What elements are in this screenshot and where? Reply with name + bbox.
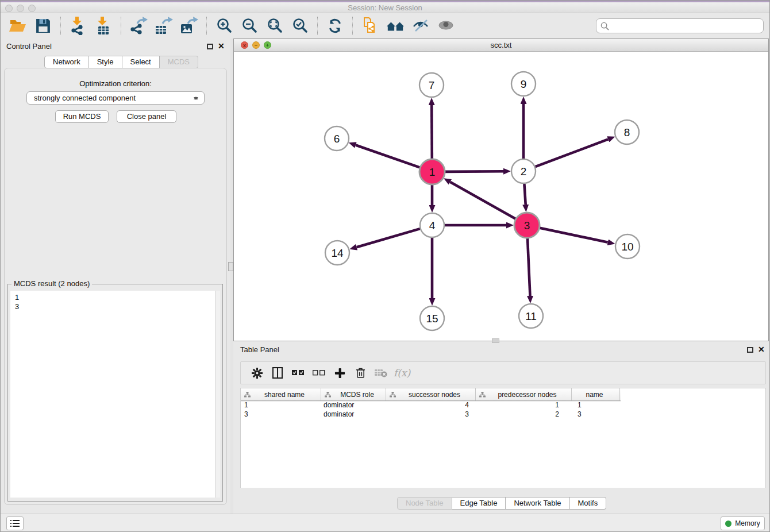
optimization-criterion-label: Optimization criterion: [1, 79, 230, 88]
column-type-icon [325, 392, 331, 398]
tab-edge-table[interactable]: Edge Table [452, 497, 506, 510]
window-title: Session: New Session [1, 2, 769, 13]
graph-node-label-8: 8 [624, 126, 630, 138]
table-panel-tabs: Node Table Edge Table Network Table Moti… [397, 497, 606, 510]
table-panel-header: Table Panel ✕ [233, 342, 770, 358]
graph-edge-3-1 [450, 182, 515, 219]
edge-label-tick [477, 224, 483, 226]
result-scrollbar[interactable] [215, 291, 220, 498]
task-history-button[interactable] [6, 516, 24, 530]
network-minimize-button[interactable]: − [252, 41, 260, 49]
graph-node-label-11: 11 [525, 310, 537, 322]
graph-edge-1-2 [445, 171, 503, 172]
memory-label: Memory [735, 519, 760, 527]
status-bar: Memory [1, 514, 769, 532]
graph-node-label-7: 7 [429, 79, 435, 91]
tab-network-table[interactable]: Network Table [506, 497, 569, 510]
delete-column-icon[interactable] [353, 365, 368, 380]
result-node: 1 [10, 291, 220, 302]
result-node: 3 [10, 302, 220, 311]
float-window-icon[interactable] [207, 44, 213, 49]
application-window: Session: New Session [0, 0, 770, 532]
toolbar-separator [60, 17, 61, 35]
window-close-button[interactable] [5, 5, 13, 12]
tab-style[interactable]: Style [89, 56, 122, 68]
zoom-in-icon[interactable] [215, 17, 233, 35]
node-table[interactable]: shared name MCDS role successor nodes pr… [240, 388, 766, 488]
toolbar-separator [121, 17, 121, 35]
column-header-mcds-role[interactable]: MCDS role [321, 388, 386, 400]
mcds-result-groupbox: MCDS result (2 nodes) 1 3 [7, 284, 223, 502]
float-window-icon[interactable] [747, 347, 753, 353]
network-view-window: x − + scc.txt 7968124314101511 [233, 38, 769, 341]
column-type-icon [390, 392, 396, 398]
graph-node-label-15: 15 [426, 313, 438, 325]
graph-node-label-2: 2 [521, 165, 527, 178]
toolbar-separator [317, 17, 318, 35]
import-table-icon[interactable] [94, 17, 113, 35]
network-close-button[interactable]: x [241, 41, 248, 49]
zoom-fit-icon[interactable] [265, 17, 284, 35]
close-panel-icon[interactable]: ✕ [218, 42, 225, 50]
table-options-gear-icon[interactable] [249, 365, 264, 380]
hide-selected-icon[interactable] [411, 17, 430, 35]
column-header-successor-nodes[interactable]: successor nodes [386, 388, 476, 400]
table-panel-title: Table Panel [240, 345, 279, 354]
network-window-title: scc.txt [234, 39, 768, 52]
export-table-icon[interactable] [155, 17, 173, 35]
first-neighbors-icon[interactable] [386, 17, 405, 35]
control-panel-header: Control Panel ✕ [1, 38, 230, 55]
mcds-result-list[interactable]: 1 3 [10, 291, 220, 498]
tab-network[interactable]: Network [44, 56, 89, 68]
zoom-out-icon[interactable] [240, 17, 259, 35]
column-header-name[interactable]: name [572, 388, 620, 400]
graph-edge-1-6 [356, 145, 419, 168]
window-zoom-button[interactable] [28, 5, 36, 12]
table-row[interactable]: 1 dominator 4 1 1 [241, 400, 765, 410]
network-file-icon[interactable] [361, 17, 379, 35]
splitter-grip[interactable] [228, 262, 233, 271]
export-image-icon[interactable] [180, 17, 198, 35]
tab-mcds[interactable]: MCDS [160, 56, 198, 68]
tab-motifs[interactable]: Motifs [570, 497, 607, 510]
select-all-columns-icon[interactable] [291, 365, 306, 380]
graph-node-label-4: 4 [429, 219, 436, 232]
search-input[interactable] [609, 20, 763, 32]
column-header-shared-name[interactable]: shared name [241, 388, 321, 400]
network-zoom-button[interactable]: + [264, 41, 271, 49]
zoom-selected-icon[interactable] [291, 17, 309, 35]
memory-button[interactable]: Memory [721, 516, 765, 530]
column-type-icon [244, 392, 251, 398]
function-builder-icon: f(x) [394, 367, 410, 379]
add-column-icon[interactable] [332, 365, 347, 380]
search-icon [600, 22, 609, 30]
export-network-icon[interactable] [129, 17, 148, 35]
network-canvas[interactable]: 7968124314101511 [234, 52, 768, 341]
graph-node-label-3: 3 [524, 219, 530, 232]
table-row[interactable]: 3 dominator 3 2 3 [241, 410, 765, 419]
import-network-icon[interactable] [69, 17, 87, 35]
tab-select[interactable]: Select [122, 56, 160, 68]
run-mcds-button[interactable]: Run MCDS [55, 110, 109, 123]
memory-status-icon [725, 521, 732, 527]
mcds-result-title: MCDS result (2 nodes) [11, 279, 92, 288]
apply-layout-icon[interactable] [326, 17, 344, 35]
deselect-all-columns-icon[interactable] [311, 365, 326, 380]
column-header-predecessor-nodes[interactable]: predecessor nodes [476, 388, 572, 400]
selected-option: strongly connected component [34, 94, 136, 102]
show-columns-icon[interactable] [270, 365, 285, 380]
graph-node-label-6: 6 [334, 133, 340, 145]
save-session-icon[interactable] [34, 17, 52, 35]
toolbar-separator [206, 17, 207, 35]
graph-edge-1-7 [432, 105, 432, 159]
close-panel-button[interactable]: Close panel [117, 110, 176, 123]
window-minimize-button[interactable] [17, 5, 24, 12]
optimization-criterion-select[interactable]: strongly connected component [26, 91, 205, 105]
network-graph[interactable]: 7968124314101511 [234, 52, 768, 341]
close-panel-icon[interactable]: ✕ [758, 345, 765, 353]
open-file-icon[interactable] [9, 17, 27, 35]
graph-edge-3-10 [540, 228, 608, 242]
delete-table-icon [374, 365, 388, 380]
show-all-icon[interactable] [437, 17, 455, 35]
tab-node-table[interactable]: Node Table [397, 497, 452, 510]
